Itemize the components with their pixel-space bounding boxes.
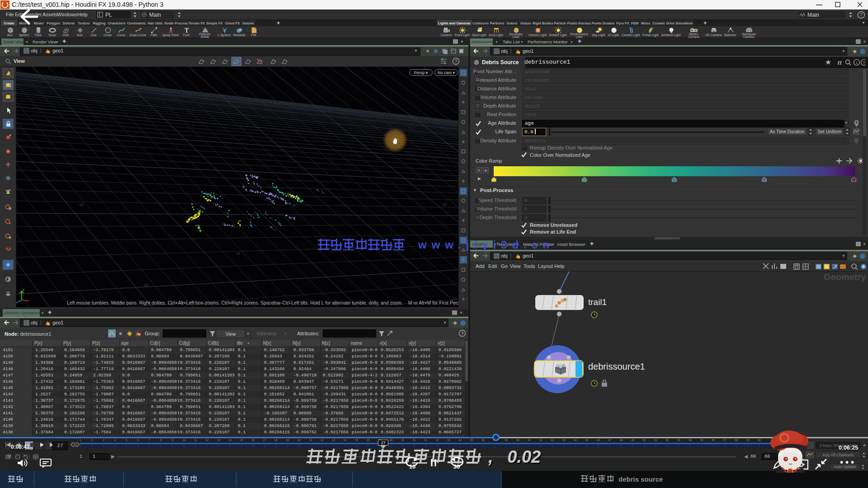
svg-text:56: 56 [712, 439, 715, 441]
svg-text:5: 5 [126, 439, 127, 441]
svg-text:58: 58 [735, 439, 738, 441]
svg-text:12: 12 [206, 439, 209, 441]
svg-text:21: 21 [309, 439, 312, 441]
svg-text:?: ? [860, 12, 863, 18]
svg-text:?: ? [455, 59, 458, 64]
svg-text:53: 53 [677, 439, 680, 441]
svg-text:33: 33 [447, 439, 450, 441]
svg-text:7: 7 [149, 439, 151, 441]
svg-text:10: 10 [409, 463, 415, 470]
svg-text:2: 2 [91, 439, 93, 441]
svg-text:40: 40 [528, 439, 531, 441]
svg-text:H: H [837, 59, 842, 66]
svg-text:32: 32 [436, 439, 439, 441]
svg-text:25: 25 [355, 439, 358, 441]
svg-text:18: 18 [274, 439, 278, 441]
svg-text:50: 50 [643, 439, 646, 441]
svg-text:16: 16 [251, 439, 255, 441]
svg-text:23: 23 [332, 439, 335, 441]
svg-text:13: 13 [217, 439, 220, 441]
svg-text:49: 49 [631, 439, 634, 441]
svg-text:43: 43 [562, 439, 566, 441]
svg-text:52: 52 [666, 439, 669, 441]
svg-text:20: 20 [297, 439, 301, 441]
svg-text:36: 36 [481, 439, 485, 441]
svg-text:24: 24 [344, 439, 347, 441]
svg-text:14: 14 [228, 439, 231, 441]
svg-text:47: 47 [608, 439, 611, 441]
svg-text:22: 22 [321, 439, 324, 441]
svg-text:15: 15 [240, 439, 243, 441]
svg-text:11: 11 [194, 439, 197, 441]
svg-text:48: 48 [620, 439, 623, 441]
svg-text:T: T [184, 27, 189, 34]
svg-text:3: 3 [103, 439, 104, 441]
svg-text:10: 10 [183, 439, 186, 441]
svg-text:9: 9 [172, 439, 174, 441]
svg-text:51: 51 [654, 439, 657, 441]
svg-text:y: y [23, 287, 24, 291]
svg-text:?: ? [863, 61, 865, 65]
svg-text:42: 42 [551, 439, 554, 441]
svg-text:i: i [856, 61, 857, 65]
svg-text:57: 57 [723, 439, 726, 441]
svg-text:4: 4 [114, 439, 116, 441]
svg-text:44: 44 [574, 439, 577, 441]
svg-text:28: 28 [390, 439, 393, 441]
svg-text:46: 46 [597, 439, 600, 441]
svg-text:30: 30 [453, 463, 460, 470]
svg-text:39: 39 [516, 439, 519, 441]
svg-text:41: 41 [539, 439, 542, 441]
svg-text:55: 55 [700, 439, 703, 441]
svg-text:31: 31 [424, 439, 427, 441]
svg-text:8: 8 [160, 439, 162, 441]
svg-text:35: 35 [470, 439, 473, 441]
svg-text:60: 60 [758, 439, 761, 441]
svg-text:45: 45 [585, 439, 588, 441]
svg-text:54: 54 [689, 439, 692, 441]
svg-text:17: 17 [263, 439, 266, 441]
svg-text:1: 1 [80, 439, 81, 441]
svg-text:?: ? [461, 331, 464, 336]
svg-text:59: 59 [746, 439, 750, 441]
svg-text:38: 38 [505, 439, 508, 441]
svg-text:34: 34 [459, 439, 462, 441]
svg-text:6: 6 [137, 439, 139, 441]
svg-text:26: 26 [367, 439, 370, 441]
svg-text:19: 19 [286, 439, 289, 441]
svg-text:30: 30 [413, 439, 416, 441]
svg-text:29: 29 [401, 439, 404, 441]
